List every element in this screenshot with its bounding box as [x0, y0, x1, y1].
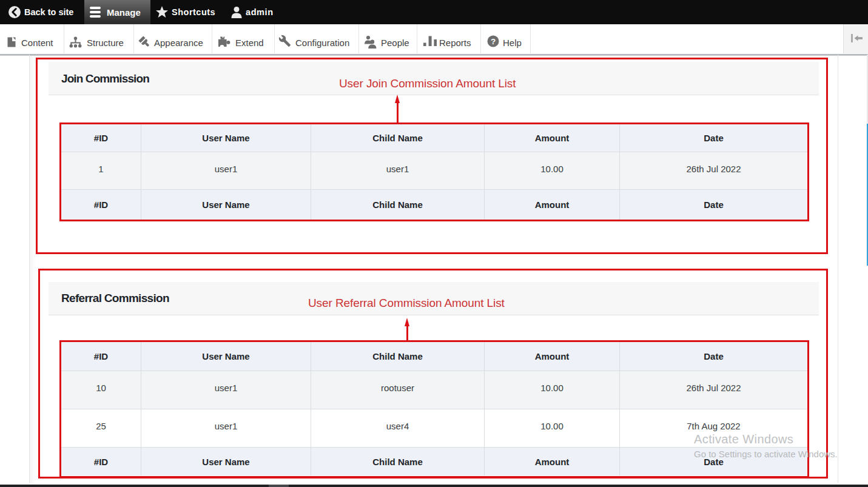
- svg-text:?: ?: [491, 37, 496, 46]
